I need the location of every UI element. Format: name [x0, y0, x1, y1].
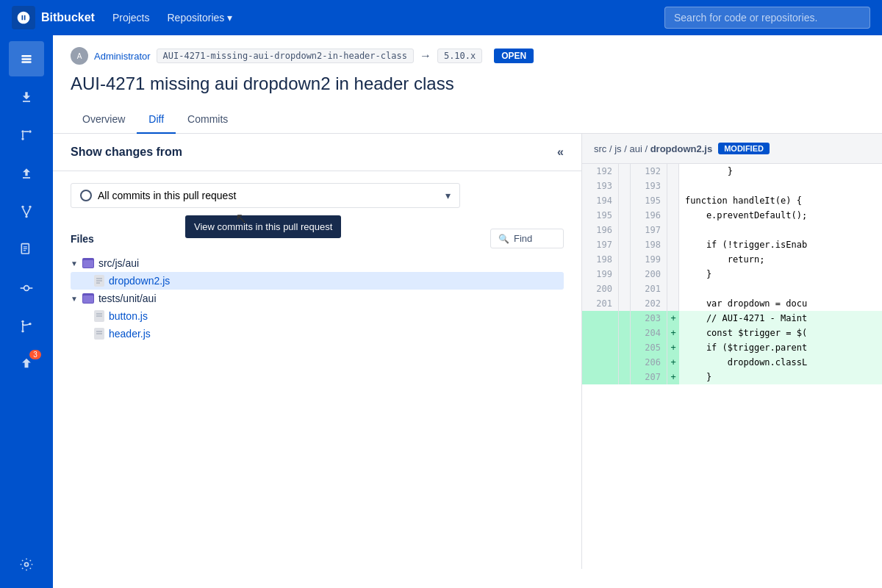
- pr-header: A Administrator AUI-4271-missing-aui-dro…: [53, 35, 882, 134]
- main-content: A Administrator AUI-4271-missing-aui-dro…: [53, 35, 882, 588]
- deploy-badge: 3: [29, 350, 41, 359]
- svg-point-8: [21, 206, 24, 208]
- diff-line-added: 207 + }: [582, 370, 882, 384]
- collapse-button[interactable]: «: [557, 146, 564, 159]
- svg-rect-32: [83, 295, 93, 303]
- sidebar-item-fork[interactable]: [9, 194, 44, 229]
- diff-line-content: [679, 179, 882, 193]
- diff-line-content: }: [679, 164, 882, 179]
- right-panel: src / js / aui / dropdown2.js MODIFIED 1…: [582, 134, 882, 569]
- tab-commits[interactable]: Commits: [176, 106, 240, 134]
- diff-line: 194 195 function handleIt(e) {: [582, 193, 882, 208]
- file-name-button-js: button.js: [109, 310, 148, 322]
- file-button-js[interactable]: button.js: [71, 307, 564, 325]
- svg-line-11: [23, 208, 26, 215]
- sidebar-item-branches[interactable]: [9, 309, 44, 344]
- files-title: Files: [71, 233, 94, 245]
- source-branch[interactable]: AUI-4271-missing-aui-dropdown2-in-header…: [157, 49, 414, 63]
- svg-point-9: [29, 206, 31, 208]
- tab-overview[interactable]: Overview: [71, 106, 137, 134]
- tab-diff[interactable]: Diff: [137, 106, 176, 134]
- diff-line-content: }: [679, 370, 882, 384]
- diff-line: 193 193: [582, 179, 882, 193]
- target-branch[interactable]: 5.10.x: [437, 49, 482, 63]
- folder-tests-unit-aui[interactable]: ▼ tests/unit/aui: [71, 290, 564, 307]
- logo-icon: [12, 6, 35, 29]
- diff-line: 195 196 e.preventDefault();: [582, 208, 882, 223]
- diff-line: 199 200 }: [582, 267, 882, 282]
- diff-line-added: 204 + const $trigger = $(: [582, 326, 882, 340]
- left-line-num: 192: [582, 164, 619, 179]
- diff-line-content: const $trigger = $(: [679, 326, 882, 340]
- diff-line-content: [679, 282, 882, 296]
- pr-title: AUI-4271 missing aui dropdown2 in header…: [71, 74, 864, 94]
- diff-line-added: 203 + // AUI-4271 - Maint: [582, 311, 882, 326]
- logo[interactable]: Bitbucket: [12, 6, 95, 29]
- diff-line-content: dropdown.classL: [679, 355, 882, 370]
- sidebar-item-deploy[interactable]: 3: [9, 347, 44, 382]
- svg-point-24: [25, 563, 29, 567]
- file-name-header-js: header.js: [109, 328, 151, 340]
- diff-line-content: if ($trigger.parent: [679, 340, 882, 355]
- file-header-js[interactable]: header.js: [71, 325, 564, 343]
- left-panel: Show changes from « All commits in this …: [53, 134, 582, 569]
- diff-line-content: e.preventDefault();: [679, 208, 882, 223]
- diff-line: 197 198 if (!trigger.isEnab: [582, 237, 882, 252]
- sidebar-item-source[interactable]: [9, 118, 44, 153]
- diff-line-content: [679, 223, 882, 237]
- commits-dropdown[interactable]: All commits in this pull request ▾: [71, 183, 460, 208]
- file-icon: [94, 275, 104, 287]
- cursor-icon: ↖: [235, 209, 248, 227]
- dropdown-chevron-icon: ▾: [445, 190, 451, 201]
- projects-link[interactable]: Projects: [112, 12, 150, 24]
- sidebar-item-snippets[interactable]: [9, 232, 44, 268]
- svg-rect-1: [21, 58, 31, 60]
- diff-line-content: var dropdown = docu: [679, 296, 882, 311]
- files-section: Files 🔍 Find ▼: [53, 220, 581, 354]
- diff-line-content: if (!trigger.isEnab: [679, 237, 882, 252]
- folder-icon-2: [82, 293, 94, 304]
- diff-line: 192 192 }: [582, 164, 882, 179]
- find-label: Find: [514, 233, 532, 244]
- added-plus-icon: +: [667, 311, 679, 326]
- sidebar-item-commits[interactable]: [9, 270, 44, 306]
- sidebar-item-download[interactable]: [9, 79, 44, 115]
- search-icon: 🔍: [498, 234, 509, 244]
- find-input[interactable]: 🔍 Find: [490, 229, 564, 248]
- svg-point-17: [24, 286, 29, 291]
- svg-point-4: [29, 130, 31, 132]
- commit-dot-icon: [80, 190, 92, 201]
- added-plus-icon: +: [667, 370, 679, 384]
- diff-line: 198 199 return;: [582, 252, 882, 267]
- left-panel-header: Show changes from «: [53, 134, 581, 171]
- diff-line-content: // AUI-4271 - Maint: [679, 311, 882, 326]
- added-plus-icon: +: [667, 355, 679, 370]
- diff-file-status: MODIFIED: [718, 143, 770, 154]
- pr-tabs: Overview Diff Commits: [71, 106, 864, 133]
- svg-point-5: [21, 130, 24, 132]
- repositories-link[interactable]: Repositories ▾: [167, 12, 232, 24]
- sidebar-item-home[interactable]: [9, 41, 44, 76]
- folder-src-js-aui[interactable]: ▼ src/js/aui: [71, 254, 564, 272]
- avatar: A: [71, 47, 88, 65]
- pr-author[interactable]: Administrator: [94, 51, 151, 62]
- sidebar-item-push[interactable]: [9, 156, 44, 191]
- right-line-num: 192: [631, 164, 667, 179]
- tooltip: View commits in this pull request: [185, 215, 341, 238]
- diff-line: 196 197: [582, 223, 882, 237]
- svg-point-3: [21, 137, 24, 140]
- folder-icon: [82, 258, 94, 268]
- diff-file-header: src / js / aui / dropdown2.js MODIFIED: [582, 134, 882, 164]
- diff-line-added: 206 + dropdown.classL: [582, 355, 882, 370]
- search-input[interactable]: [664, 7, 870, 29]
- file-dropdown2-js[interactable]: dropdown2.js: [71, 272, 564, 290]
- pr-status-badge[interactable]: OPEN: [494, 49, 534, 63]
- svg-point-10: [25, 215, 27, 218]
- svg-rect-0: [21, 55, 31, 57]
- file-icon-2: [94, 310, 104, 322]
- file-tree: ▼ src/js/aui: [71, 254, 564, 343]
- sidebar-item-settings[interactable]: [9, 547, 44, 582]
- show-changes-title: Show changes from: [71, 146, 182, 159]
- sidebar: 3: [0, 35, 53, 588]
- main-layout: 3 A Administrator AUI-4271-missing-aui-d…: [0, 35, 882, 588]
